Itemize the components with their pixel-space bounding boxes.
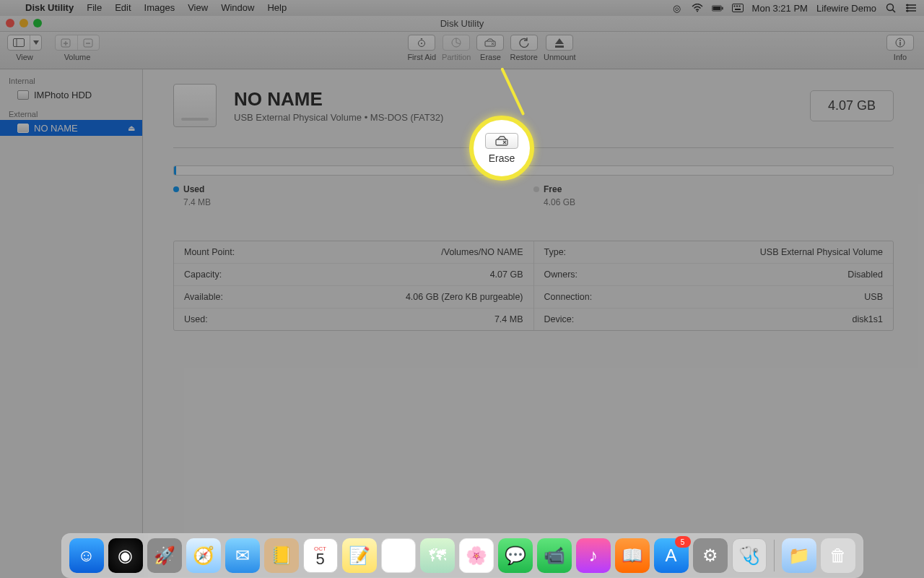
table-row: Owners:Disabled <box>534 264 894 286</box>
keyboard-input-icon[interactable] <box>732 2 744 14</box>
dock-reminders[interactable]: ✓ <box>381 538 416 573</box>
info-label: Info <box>894 53 907 61</box>
menubar-user[interactable]: Lifewire Demo <box>816 3 876 14</box>
window-minimize-button[interactable] <box>19 19 28 27</box>
menu-file[interactable]: File <box>80 0 108 16</box>
menu-window[interactable]: Window <box>214 0 261 16</box>
menu-view[interactable]: View <box>181 0 214 16</box>
used-label: Used <box>183 184 204 194</box>
dock-downloads[interactable]: 📁 <box>782 538 816 573</box>
svg-point-30 <box>899 40 901 41</box>
svg-point-15 <box>907 7 909 9</box>
restore-button[interactable] <box>510 35 538 51</box>
sidebar-item-label: IMPhoto HDD <box>34 90 92 100</box>
table-row: Mount Point:/Volumes/NO NAME <box>174 241 533 264</box>
dock-calendar[interactable]: OCT 5 <box>303 538 338 573</box>
sidebar-item-label: NO NAME <box>34 123 78 134</box>
svg-rect-3 <box>722 7 723 9</box>
first-aid-button[interactable] <box>408 35 435 51</box>
view-sidebar-button[interactable] <box>7 35 42 51</box>
menu-edit[interactable]: Edit <box>108 0 137 16</box>
sidebar-header-external: External <box>0 107 142 120</box>
dock-contacts[interactable]: 📒 <box>264 538 299 573</box>
unmount-button[interactable] <box>546 35 573 51</box>
volume-subtitle: USB External Physical Volume • MS-DOS (F… <box>234 112 443 123</box>
dock-system-preferences[interactable]: ⚙ <box>693 538 728 573</box>
callout-erase-icon <box>485 133 518 149</box>
window-titlebar: Disk Utility <box>0 16 924 32</box>
svg-rect-28 <box>555 46 564 48</box>
dock-finder[interactable]: ☺ <box>69 538 104 573</box>
wifi-icon[interactable] <box>692 2 703 14</box>
sidebar-item-internal-0[interactable]: IMPhoto HDD <box>0 87 142 103</box>
svg-rect-25 <box>485 41 495 46</box>
dock-launchpad[interactable]: 🚀 <box>147 538 182 573</box>
toolbar: View Volume First Aid <box>0 32 924 69</box>
dock-trash[interactable]: 🗑 <box>821 538 855 573</box>
sidebar-header-internal: Internal <box>0 74 142 87</box>
dock-ibooks[interactable]: 📖 <box>615 538 650 573</box>
table-row: Connection:USB <box>534 286 894 309</box>
dock-disk-utility[interactable]: 🩺 <box>732 538 767 573</box>
dock-maps[interactable]: 🗺 <box>420 538 455 573</box>
table-row: Capacity:4.07 GB <box>174 264 533 286</box>
volume-add-button[interactable] <box>56 35 77 50</box>
sidebar-item-external-0[interactable]: NO NAME ⏏ <box>0 120 142 136</box>
dock-appstore[interactable]: A <box>654 538 689 573</box>
svg-rect-2 <box>712 6 720 9</box>
dock-siri[interactable]: ◉ <box>108 538 143 573</box>
window-close-button[interactable] <box>6 19 14 27</box>
dock-notes[interactable]: 📝 <box>342 538 377 573</box>
battery-icon[interactable] <box>712 2 723 14</box>
table-row: Used:7.4 MB <box>174 309 533 330</box>
callout-label: Erase <box>489 152 515 164</box>
menu-help[interactable]: Help <box>261 0 293 16</box>
erase-label: Erase <box>480 53 501 61</box>
svg-rect-6 <box>736 6 738 7</box>
svg-point-16 <box>907 10 909 12</box>
menubar-clock[interactable]: Mon 3:21 PM <box>752 3 808 14</box>
dock-mail[interactable]: ✉ <box>225 538 260 573</box>
view-label: View <box>16 53 33 61</box>
menubar: Disk Utility File Edit Images View Windo… <box>0 0 924 16</box>
dock-messages[interactable]: 💬 <box>498 538 533 573</box>
app-menu[interactable]: Disk Utility <box>19 0 80 16</box>
eject-icon[interactable]: ⏏ <box>128 124 135 133</box>
notification-center-icon[interactable] <box>905 2 917 14</box>
free-label: Free <box>544 184 562 194</box>
svg-point-0 <box>697 11 698 12</box>
volume-remove-button[interactable] <box>77 35 99 50</box>
window-title: Disk Utility <box>440 18 484 29</box>
svg-point-9 <box>887 4 894 11</box>
spotlight-icon[interactable] <box>885 2 897 14</box>
dock-safari[interactable]: 🧭 <box>186 538 221 573</box>
restore-label: Restore <box>510 53 538 61</box>
svg-rect-32 <box>496 139 507 145</box>
svg-rect-8 <box>735 9 741 10</box>
sidebar: Internal IMPhoto HDD External NO NAME ⏏ <box>0 69 143 578</box>
disk-utility-window: Disk Utility View Volume <box>0 16 924 578</box>
dock-itunes[interactable]: ♪ <box>576 538 611 573</box>
erase-button[interactable] <box>476 35 504 51</box>
creative-cloud-icon[interactable]: ◎ <box>671 2 683 14</box>
svg-point-14 <box>907 4 909 7</box>
svg-rect-17 <box>14 39 25 47</box>
svg-point-23 <box>421 43 422 44</box>
menu-images[interactable]: Images <box>138 0 182 16</box>
volume-size-badge: 4.07 GB <box>810 90 894 121</box>
partition-label: Partition <box>442 53 471 61</box>
external-disk-icon <box>17 124 29 133</box>
svg-line-10 <box>893 10 896 13</box>
volume-info-table: Mount Point:/Volumes/NO NAME Capacity:4.… <box>173 241 894 331</box>
dock-photos[interactable]: 🌸 <box>459 538 494 573</box>
info-button[interactable] <box>886 35 914 51</box>
hdd-icon <box>17 90 29 100</box>
usage-bar <box>173 165 894 176</box>
first-aid-label: First Aid <box>407 53 436 61</box>
window-zoom-button[interactable] <box>33 19 42 27</box>
dock-facetime[interactable]: 📹 <box>537 538 572 573</box>
used-value: 7.4 MB <box>183 197 533 207</box>
erase-callout: Erase <box>469 116 534 181</box>
svg-rect-5 <box>733 6 735 7</box>
svg-rect-4 <box>732 4 743 12</box>
